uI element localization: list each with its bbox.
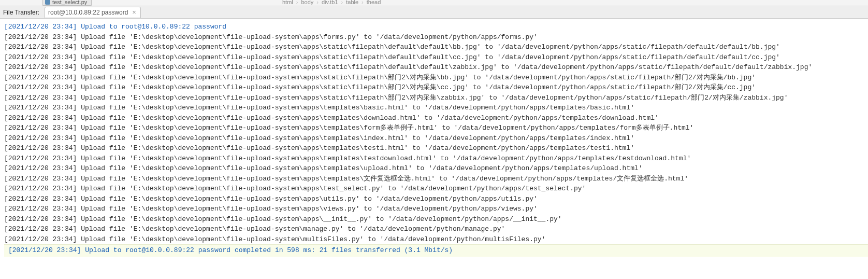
log-timestamp: [2021/12/20 23:34] (4, 23, 77, 31)
log-message: Upload file 'E:\desktop\development\file… (77, 104, 634, 111)
log-line: [2021/12/20 23:34] Upload file 'E:\deskt… (4, 174, 868, 184)
log-message: Upload file 'E:\desktop\development\file… (77, 185, 586, 192)
log-line: [2021/12/20 23:34] Upload file 'E:\deskt… (4, 133, 868, 144)
log-line: [2021/12/20 23:34] Upload file 'E:\deskt… (4, 62, 868, 73)
dom-breadcrumb: html› body› div.tb1› table› thead (282, 0, 381, 5)
log-timestamp: [2021/12/20 23:34] (4, 83, 77, 91)
log-message: Upload file 'E:\desktop\development\file… (77, 155, 691, 162)
log-line: [2021/12/20 23:34] Upload file 'E:\deskt… (4, 154, 868, 164)
close-icon[interactable]: × (131, 8, 137, 16)
editor-tab-label: test_select.py (52, 0, 87, 6)
log-line: [2021/12/20 23:34] Upload file 'E:\deskt… (4, 163, 868, 174)
log-timestamp: [2021/12/20 23:34] (4, 104, 77, 111)
log-message: Upload to root@10.0.0.89:22 password com… (81, 246, 453, 254)
log-message: Upload file 'E:\desktop\development\file… (77, 74, 756, 81)
log-line: [2021/12/20 23:34] Upload to root@10.0.0… (4, 22, 868, 32)
log-line: [2021/12/20 23:34] Upload file 'E:\deskt… (4, 52, 868, 63)
log-line: [2021/12/20 23:34] Upload file 'E:\deskt… (4, 103, 868, 113)
log-line: [2021/12/20 23:34] Upload file 'E:\deskt… (4, 123, 868, 133)
log-message: Upload file 'E:\desktop\development\file… (77, 175, 688, 183)
log-timestamp: [2021/12/20 23:34] (8, 246, 81, 254)
log-timestamp: [2021/12/20 23:34] (4, 215, 77, 223)
log-timestamp: [2021/12/20 23:34] (4, 155, 77, 162)
log-message: Upload file 'E:\desktop\development\file… (77, 225, 505, 233)
log-message: Upload file 'E:\desktop\development\file… (77, 53, 779, 61)
log-line: [2021/12/20 23:34] Upload file 'E:\deskt… (4, 214, 868, 225)
log-message: Upload file 'E:\desktop\development\file… (77, 205, 537, 213)
log-line: [2021/12/20 23:34] Upload to root@10.0.0… (4, 244, 868, 257)
python-file-icon (45, 0, 50, 5)
log-message: Upload file 'E:\desktop\development\file… (77, 235, 545, 243)
editor-tab[interactable]: test_select.py (42, 0, 92, 6)
log-line: [2021/12/20 23:34] Upload file 'E:\deskt… (4, 143, 868, 154)
log-message: Upload file 'E:\desktop\development\file… (77, 114, 658, 122)
log-line: [2021/12/20 23:34] Upload file 'E:\deskt… (4, 82, 868, 93)
log-timestamp: [2021/12/20 23:34] (4, 185, 77, 192)
log-line: [2021/12/20 23:34] Upload file 'E:\deskt… (4, 184, 868, 194)
log-timestamp: [2021/12/20 23:34] (4, 134, 77, 142)
log-timestamp: [2021/12/20 23:34] (4, 114, 77, 122)
log-timestamp: [2021/12/20 23:34] (4, 144, 77, 152)
log-timestamp: [2021/12/20 23:34] (4, 175, 77, 183)
log-timestamp: [2021/12/20 23:34] (4, 195, 77, 203)
log-timestamp: [2021/12/20 23:34] (4, 164, 77, 172)
log-message: Upload file 'E:\desktop\development\file… (77, 43, 779, 51)
log-message: Upload file 'E:\desktop\development\file… (77, 94, 788, 102)
log-timestamp: [2021/12/20 23:34] (4, 225, 77, 233)
chevron-right-icon: › (296, 0, 298, 5)
log-line: [2021/12/20 23:34] Upload file 'E:\deskt… (4, 204, 868, 214)
editor-top-strip: test_select.py html› body› div.tb1› tabl… (0, 0, 868, 6)
file-transfer-session-label: root@10.0.0.89:22 password (48, 9, 128, 16)
log-message: Upload file 'E:\desktop\development\file… (77, 134, 634, 142)
log-timestamp: [2021/12/20 23:34] (4, 235, 77, 243)
log-timestamp: [2021/12/20 23:34] (4, 94, 77, 102)
file-transfer-session-tab[interactable]: root@10.0.0.89:22 password × (45, 7, 141, 18)
log-timestamp: [2021/12/20 23:34] (4, 43, 77, 51)
log-message: Upload file 'E:\desktop\development\file… (77, 215, 561, 223)
log-line: [2021/12/20 23:34] Upload file 'E:\deskt… (4, 73, 868, 83)
breadcrumb-item[interactable]: body (301, 0, 313, 5)
chevron-right-icon: › (361, 0, 364, 5)
log-message: Upload file 'E:\desktop\development\file… (77, 195, 537, 203)
breadcrumb-item[interactable]: thead (367, 0, 381, 5)
log-line: [2021/12/20 23:34] Upload file 'E:\deskt… (4, 234, 868, 245)
log-line: [2021/12/20 23:34] Upload file 'E:\deskt… (4, 42, 868, 52)
log-timestamp: [2021/12/20 23:34] (4, 205, 77, 213)
log-message: Upload file 'E:\desktop\development\file… (77, 124, 693, 132)
log-message: Upload file 'E:\desktop\development\file… (77, 83, 756, 91)
log-line: [2021/12/20 23:34] Upload file 'E:\deskt… (4, 113, 868, 123)
log-line: [2021/12/20 23:34] Upload file 'E:\deskt… (4, 194, 868, 204)
file-transfer-bar: File Transfer: root@10.0.0.89:22 passwor… (0, 6, 868, 19)
log-message: Upload file 'E:\desktop\development\file… (77, 63, 812, 71)
log-message: Upload file 'E:\desktop\development\file… (77, 144, 634, 152)
log-line: [2021/12/20 23:34] Upload file 'E:\deskt… (4, 93, 868, 103)
file-transfer-log[interactable]: [2021/12/20 23:34] Upload to root@10.0.0… (0, 19, 868, 257)
log-line: [2021/12/20 23:34] Upload file 'E:\deskt… (4, 224, 868, 234)
log-message: Upload file 'E:\desktop\development\file… (77, 164, 642, 172)
breadcrumb-item[interactable]: html (282, 0, 293, 5)
breadcrumb-item[interactable]: div.tb1 (322, 0, 338, 5)
log-timestamp: [2021/12/20 23:34] (4, 33, 77, 41)
log-timestamp: [2021/12/20 23:34] (4, 63, 77, 71)
log-timestamp: [2021/12/20 23:34] (4, 74, 77, 81)
log-line: [2021/12/20 23:34] Upload file 'E:\deskt… (4, 32, 868, 43)
log-message: Upload file 'E:\desktop\development\file… (77, 33, 537, 41)
log-timestamp: [2021/12/20 23:34] (4, 53, 77, 61)
chevron-right-icon: › (316, 0, 319, 5)
breadcrumb-item[interactable]: table (346, 0, 358, 5)
log-timestamp: [2021/12/20 23:34] (4, 124, 77, 132)
file-transfer-label: File Transfer: (3, 9, 39, 16)
chevron-right-icon: › (341, 0, 343, 5)
log-message: Upload to root@10.0.0.89:22 password (77, 23, 226, 31)
